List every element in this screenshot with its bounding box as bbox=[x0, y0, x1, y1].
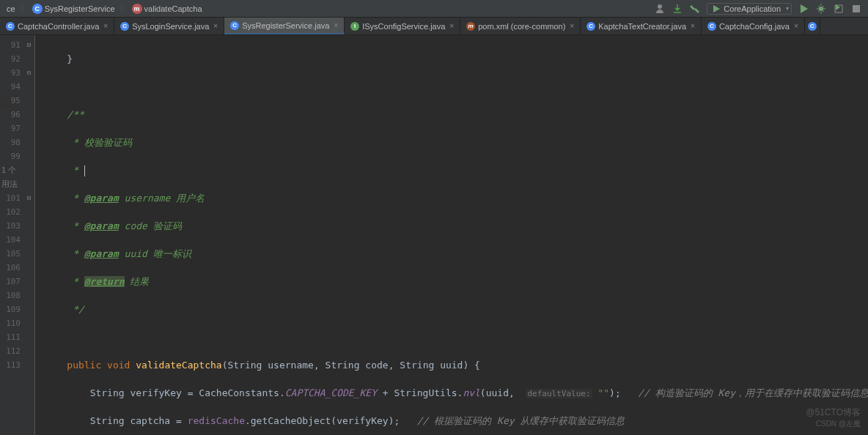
svg-rect-1 bbox=[853, 5, 860, 12]
tab-pom[interactable]: mpom.xml (core-common)× bbox=[460, 18, 581, 34]
breadcrumb-segment[interactable]: ce bbox=[4, 4, 18, 13]
class-icon: C bbox=[120, 22, 129, 31]
fold-gutter: ⊟⊟ ⊟ bbox=[23, 35, 35, 435]
watermark: CSDN @左魔 bbox=[816, 419, 861, 429]
close-icon[interactable]: × bbox=[570, 22, 574, 30]
tab-isysconfigservice[interactable]: IISysConfigService.java× bbox=[345, 18, 460, 34]
fold-handle[interactable]: ⊟ bbox=[23, 191, 34, 205]
usages-hint[interactable]: 1 个用法 bbox=[0, 163, 21, 191]
fold-handle[interactable]: ⊟ bbox=[23, 66, 34, 80]
tab-kaptchatextcreator[interactable]: CKaptchaTextCreator.java× bbox=[581, 18, 702, 34]
close-icon[interactable]: × bbox=[449, 22, 454, 30]
run-config-selector[interactable]: CoreApplication bbox=[707, 3, 792, 15]
method-icon: m bbox=[132, 4, 142, 14]
stop-icon[interactable] bbox=[850, 3, 862, 15]
pull-icon[interactable] bbox=[672, 3, 683, 15]
tab-sysloginservice[interactable]: CSysLoginService.java× bbox=[114, 18, 224, 34]
close-icon[interactable]: × bbox=[103, 22, 108, 30]
chevron-right-icon: 〉 bbox=[120, 4, 127, 13]
class-icon: C bbox=[6, 22, 15, 31]
user-icon[interactable] bbox=[654, 3, 666, 15]
text-caret bbox=[84, 166, 85, 176]
close-icon[interactable]: × bbox=[213, 22, 218, 30]
maven-icon: m bbox=[466, 22, 475, 31]
debug-icon[interactable] bbox=[815, 3, 827, 15]
close-icon[interactable]: × bbox=[794, 22, 798, 30]
class-icon: C bbox=[230, 21, 239, 30]
tab-captchacontroller[interactable]: CCaptchaController.java× bbox=[0, 18, 114, 34]
class-icon: C bbox=[808, 22, 817, 31]
tab-captchaconfig[interactable]: CCaptchaConfig.java× bbox=[702, 18, 805, 34]
interface-icon: I bbox=[350, 22, 359, 31]
close-icon[interactable]: × bbox=[691, 22, 695, 30]
run-icon[interactable] bbox=[798, 3, 809, 15]
editor-tabs: CCaptchaController.java× CSysLoginServic… bbox=[0, 18, 868, 35]
tab-sysregisterservice[interactable]: CSysRegisterService.java× bbox=[224, 18, 345, 34]
top-toolbar: ce 〉 C SysRegisterService 〉 m validateCa… bbox=[0, 0, 868, 18]
breadcrumb: ce 〉 C SysRegisterService 〉 m validateCa… bbox=[0, 4, 209, 14]
line-number-gutter: 91929394 95 96979899 1 个用法 1011021031041… bbox=[0, 35, 23, 435]
watermark: @51CTO博客 bbox=[806, 406, 861, 419]
code-editor[interactable]: 91929394 95 96979899 1 个用法 1011021031041… bbox=[0, 35, 868, 435]
fold-handle[interactable]: ⊟ bbox=[23, 38, 34, 52]
close-icon[interactable]: × bbox=[334, 21, 338, 29]
coverage-icon[interactable] bbox=[833, 3, 845, 15]
run-toolbar: CoreApplication bbox=[648, 3, 868, 15]
class-icon: C bbox=[586, 22, 595, 31]
tab-overflow[interactable]: C bbox=[805, 18, 820, 34]
class-icon: C bbox=[32, 4, 43, 14]
breadcrumb-class[interactable]: C SysRegisterService bbox=[30, 4, 117, 14]
chevron-right-icon: 〉 bbox=[21, 4, 27, 13]
class-icon: C bbox=[707, 22, 716, 31]
code-area[interactable]: } /** * 校验验证码 * * @param username 用户名 * … bbox=[35, 35, 868, 435]
breadcrumb-method[interactable]: m validateCaptcha bbox=[130, 4, 205, 14]
hammer-icon[interactable] bbox=[689, 3, 701, 15]
